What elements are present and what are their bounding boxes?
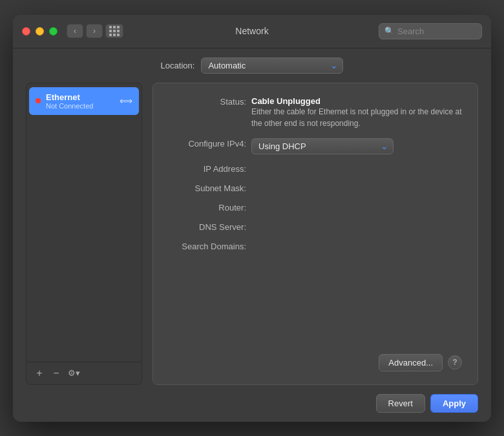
sidebar-item-text: Ethernet Not Connected <box>46 92 114 110</box>
forward-button[interactable]: › <box>86 24 103 38</box>
close-button[interactable] <box>22 27 30 36</box>
revert-button[interactable]: Revert <box>376 394 425 413</box>
configure-ipv4-label: Configure IPv4: <box>169 138 246 149</box>
back-button[interactable]: ‹ <box>67 24 83 38</box>
sidebar-item-name: Ethernet <box>46 92 114 102</box>
help-button[interactable]: ? <box>448 355 462 369</box>
window-title: Network <box>235 26 268 36</box>
minimize-button[interactable] <box>36 27 44 36</box>
forward-icon: › <box>93 26 96 36</box>
search-domains-row: Search Domains: <box>169 241 462 251</box>
search-bar[interactable]: 🔍 <box>379 23 482 39</box>
status-row: Status: Cable Unplugged Either the cable… <box>169 96 462 129</box>
settings-button[interactable]: ⚙ ▾ <box>65 367 83 379</box>
nav-buttons: ‹ › <box>67 24 103 38</box>
grid-view-button[interactable] <box>105 24 123 38</box>
title-bar: ‹ › Network 🔍 <box>13 15 491 48</box>
router-row: Router: <box>169 202 462 213</box>
location-bar: Location: Automatic Edit Locations... ⌄ <box>13 48 491 83</box>
dns-server-label: DNS Server: <box>169 222 246 232</box>
apply-button[interactable]: Apply <box>430 394 478 413</box>
search-domains-label: Search Domains: <box>169 241 246 251</box>
ipv4-select-wrapper: Using DHCP Manually Off ⌄ <box>251 138 394 154</box>
location-select[interactable]: Automatic Edit Locations... <box>201 57 343 74</box>
router-label: Router: <box>169 202 246 213</box>
sidebar-item-arrows: ⟺ <box>120 96 132 106</box>
gear-icon: ⚙ <box>68 368 76 378</box>
main-panel: Ethernet Not Connected ⟺ + − ⚙ ▾ <box>13 83 491 385</box>
search-input[interactable] <box>397 26 476 36</box>
status-dot-icon <box>36 98 41 103</box>
location-select-wrapper: Automatic Edit Locations... ⌄ <box>201 57 343 74</box>
traffic-lights <box>22 27 58 36</box>
maximize-button[interactable] <box>49 27 58 36</box>
dns-server-row: DNS Server: <box>169 222 462 232</box>
content-area: Location: Automatic Edit Locations... ⌄ … <box>13 48 491 422</box>
status-value: Cable Unplugged <box>251 96 462 106</box>
grid-icon <box>109 26 120 36</box>
status-label: Status: <box>169 96 246 107</box>
configure-ipv4-select[interactable]: Using DHCP Manually Off <box>251 138 394 154</box>
advanced-button[interactable]: Advanced... <box>379 354 443 371</box>
detail-panel: Status: Cable Unplugged Either the cable… <box>152 83 478 385</box>
location-label: Location: <box>161 61 195 70</box>
sidebar-item-subtitle: Not Connected <box>46 102 114 110</box>
subnet-mask-row: Subnet Mask: <box>169 183 462 193</box>
sidebar-list: Ethernet Not Connected ⟺ <box>26 83 142 362</box>
configure-ipv4-row: Configure IPv4: Using DHCP Manually Off … <box>169 138 462 154</box>
ip-address-row: IP Address: <box>169 163 462 174</box>
sidebar-item-ethernet[interactable]: Ethernet Not Connected ⟺ <box>29 87 139 115</box>
ip-address-label: IP Address: <box>169 163 246 174</box>
detail-footer: Advanced... ? <box>169 354 462 371</box>
status-description: Either the cable for Ethernet is not plu… <box>251 106 462 129</box>
sidebar: Ethernet Not Connected ⟺ + − ⚙ ▾ <box>26 83 142 385</box>
chevron-down-small-icon: ▾ <box>76 368 80 378</box>
detail-spacer <box>169 260 462 354</box>
remove-network-button[interactable]: − <box>48 366 64 380</box>
search-icon: 🔍 <box>384 26 394 36</box>
network-window: ‹ › Network 🔍 Location: Automatic <box>13 15 491 422</box>
action-bar: Revert Apply <box>13 385 491 422</box>
sidebar-footer: + − ⚙ ▾ <box>26 362 142 384</box>
status-value-group: Cable Unplugged Either the cable for Eth… <box>251 96 462 129</box>
subnet-mask-label: Subnet Mask: <box>169 183 246 193</box>
add-network-button[interactable]: + <box>32 366 47 380</box>
back-icon: ‹ <box>74 26 76 36</box>
